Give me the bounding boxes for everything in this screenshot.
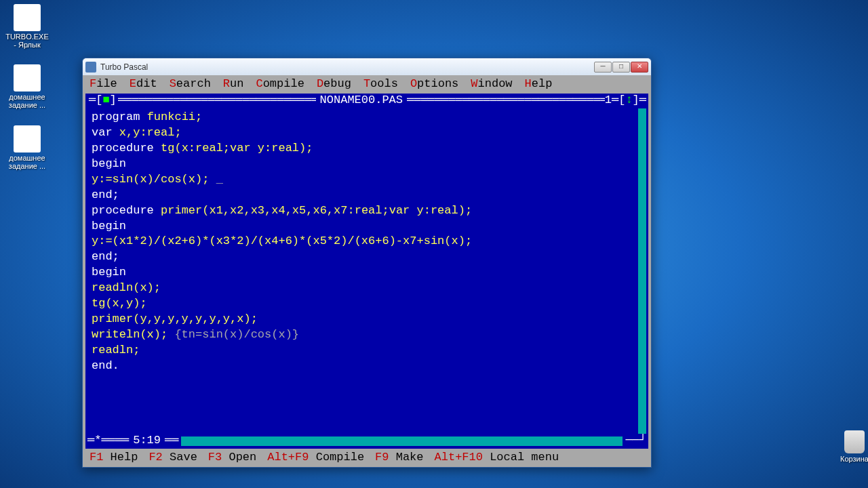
code-line: end. (92, 359, 642, 374)
cursor-position: 5:19 (129, 433, 165, 449)
code-line: end; (92, 188, 642, 203)
menu-item[interactable]: Tools (363, 77, 398, 92)
menu-item[interactable]: Options (410, 77, 458, 92)
status-shortcut[interactable]: F2 Save (149, 450, 197, 466)
editor-frame-bottom: ═* ════ 5:19 ══ ──┘ (87, 434, 646, 449)
turbo-pascal-screen: FileEditSearchRunCompileDebugToolsOption… (83, 75, 651, 467)
menu-item[interactable]: Edit (130, 77, 157, 92)
code-line: procedure tg(x:real;var y:real); (92, 141, 642, 157)
code-line: readln; (92, 343, 642, 359)
frame-corner: ]═ (633, 93, 646, 108)
menu-item[interactable]: Search (170, 77, 211, 92)
exe-icon (14, 4, 41, 31)
filename: NONAME00.PAS (316, 93, 407, 108)
code-line: begin (92, 219, 642, 235)
recycle-bin[interactable]: Корзина (831, 430, 868, 463)
code-line: begin (92, 265, 642, 281)
code-line: y:=sin(x)/cos(x); _ (92, 172, 642, 188)
frame-corner: ──┘ (625, 433, 646, 449)
status-shortcut[interactable]: F1 Help (90, 450, 138, 466)
code-area[interactable]: program funkcii;var x,y:real;procedure t… (87, 108, 646, 434)
menu-item[interactable]: Help (525, 77, 553, 92)
menu-item[interactable]: File (90, 77, 117, 92)
scrollbar-vertical[interactable] (638, 108, 646, 434)
close-button[interactable]: ✕ (631, 62, 648, 73)
code-line: writeln(x); {tn=sin(x)/cos(x)} (92, 327, 642, 343)
code-line: begin (92, 157, 642, 172)
frame-line: ══ (165, 433, 178, 449)
code-line: tg(x,y); (92, 296, 642, 312)
icon-label: домашнее задание ... (3, 93, 51, 109)
menu-item[interactable]: Window (471, 77, 512, 92)
icon-label: домашнее задание ... (3, 154, 51, 170)
maximize-button[interactable]: □ (612, 62, 630, 73)
frame-corner: ═[ (612, 93, 625, 108)
code-line: y:=(x1*2)/(x2+6)*(x3*2)/(x4+6)*(x5*2)/(x… (92, 234, 642, 249)
menu-item[interactable]: Compile (256, 77, 304, 92)
code-line: program funkcii; (92, 110, 642, 125)
titlebar[interactable]: Turbo Pascal ─ □ ✕ (83, 58, 651, 75)
app-icon (85, 62, 96, 73)
app-window: Turbo Pascal ─ □ ✕ FileEditSearchRunComp… (82, 58, 652, 468)
code-line: end; (92, 249, 642, 265)
frame-line: ═════════════════════════════════════ (407, 93, 605, 108)
icon-label: Корзина (831, 455, 868, 463)
frame-line: ════ (101, 433, 129, 449)
status-shortcut[interactable]: Alt+F9 Compile (267, 450, 364, 466)
code-line: procedure primer(x1,x2,x3,x4,x5,x6,x7:re… (92, 203, 642, 219)
code-line: primer(y,y,y,y,y,y,y,x); (92, 312, 642, 327)
code-line: var x,y:real; (92, 125, 642, 141)
doc-icon (14, 64, 41, 92)
window-number: 1 (605, 93, 612, 108)
desktop-shortcut[interactable]: TURBO.EXE - Ярлык (3, 4, 51, 49)
menu-item[interactable]: Run (223, 77, 244, 92)
resize-corner-icon[interactable]: * (94, 433, 101, 449)
statusbar: F1 HelpF2 SaveF3 OpenAlt+F9 CompileF9 Ma… (83, 449, 651, 467)
maximize-arrow-icon[interactable]: ↕ (625, 93, 632, 108)
menu-item[interactable]: Debug (317, 77, 351, 92)
desktop-shortcut[interactable]: домашнее задание ... (3, 64, 51, 109)
status-shortcut[interactable]: Alt+F10 Local menu (435, 450, 559, 466)
scrollbar-horizontal[interactable] (181, 436, 623, 446)
trash-icon (844, 430, 865, 453)
desktop-shortcut[interactable]: домашнее задание ... (3, 125, 51, 170)
status-shortcut[interactable]: F3 Open (208, 450, 256, 466)
status-shortcut[interactable]: F9 Make (375, 450, 423, 466)
doc-icon (14, 125, 41, 152)
editor-pane[interactable]: ═[■] ═══════════════════════════════════… (85, 94, 648, 449)
code-line: readln(x); (92, 281, 642, 296)
frame-corner: ═ (87, 433, 94, 449)
menubar: FileEditSearchRunCompileDebugToolsOption… (83, 75, 651, 94)
frame-line: ══════════════════════════════════════ (118, 93, 316, 108)
editor-frame-top: ═[■] ═══════════════════════════════════… (87, 94, 646, 108)
icon-label: TURBO.EXE - Ярлык (3, 33, 51, 49)
editor-close-icon[interactable]: ═[■] (89, 93, 117, 108)
window-title: Turbo Pascal (100, 62, 148, 72)
minimize-button[interactable]: ─ (594, 62, 612, 73)
